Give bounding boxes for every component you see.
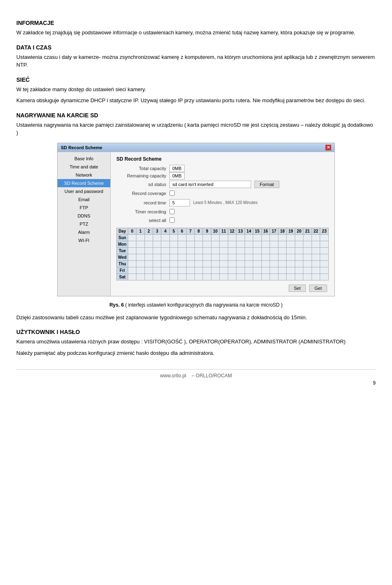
schedule-cell-tue-16[interactable] xyxy=(261,247,270,254)
schedule-cell-mon-14[interactable] xyxy=(245,241,253,247)
schedule-cell-wed-15[interactable] xyxy=(253,254,262,260)
schedule-cell-tue-21[interactable] xyxy=(303,247,312,254)
schedule-cell-wed-12[interactable] xyxy=(228,254,236,260)
schedule-cell-fri-4[interactable] xyxy=(161,267,169,273)
schedule-cell-mon-10[interactable] xyxy=(211,241,220,247)
schedule-cell-sun-8[interactable] xyxy=(194,234,203,241)
schedule-cell-mon-11[interactable] xyxy=(220,241,228,247)
schedule-cell-mon-18[interactable] xyxy=(278,241,287,247)
schedule-cell-tue-7[interactable] xyxy=(186,247,194,254)
select-all-checkbox[interactable] xyxy=(169,217,175,223)
schedule-cell-mon-17[interactable] xyxy=(270,241,278,247)
schedule-cell-thu-19[interactable] xyxy=(287,260,295,267)
get-button[interactable]: Get xyxy=(309,285,327,292)
schedule-cell-tue-20[interactable] xyxy=(295,247,303,254)
schedule-cell-wed-7[interactable] xyxy=(186,254,194,260)
schedule-cell-tue-4[interactable] xyxy=(161,247,169,254)
schedule-cell-sat-0[interactable] xyxy=(128,273,136,280)
schedule-cell-tue-0[interactable] xyxy=(128,247,136,254)
schedule-cell-sun-4[interactable] xyxy=(161,234,169,241)
schedule-cell-tue-19[interactable] xyxy=(287,247,295,254)
schedule-cell-sun-17[interactable] xyxy=(270,234,278,241)
schedule-cell-sun-7[interactable] xyxy=(186,234,194,241)
schedule-cell-sat-14[interactable] xyxy=(245,273,253,280)
schedule-cell-wed-2[interactable] xyxy=(145,254,153,260)
sidebar-item-time-date[interactable]: Time and date xyxy=(58,163,110,171)
schedule-cell-sun-13[interactable] xyxy=(236,234,245,241)
schedule-cell-sun-2[interactable] xyxy=(145,234,153,241)
sidebar-item-email[interactable]: Email xyxy=(58,195,110,204)
record-coverage-checkbox[interactable] xyxy=(169,191,175,196)
schedule-cell-thu-13[interactable] xyxy=(236,260,245,267)
schedule-cell-tue-18[interactable] xyxy=(278,247,287,254)
schedule-cell-fri-11[interactable] xyxy=(220,267,228,273)
schedule-cell-thu-20[interactable] xyxy=(295,260,303,267)
schedule-cell-mon-4[interactable] xyxy=(161,241,169,247)
schedule-cell-sun-19[interactable] xyxy=(287,234,295,241)
schedule-cell-thu-1[interactable] xyxy=(136,260,145,267)
schedule-cell-sun-5[interactable] xyxy=(169,234,178,241)
schedule-cell-sun-9[interactable] xyxy=(203,234,211,241)
schedule-cell-tue-22[interactable] xyxy=(312,247,320,254)
schedule-cell-mon-9[interactable] xyxy=(203,241,211,247)
schedule-cell-fri-16[interactable] xyxy=(261,267,270,273)
schedule-cell-tue-17[interactable] xyxy=(270,247,278,254)
schedule-cell-thu-2[interactable] xyxy=(145,260,153,267)
schedule-cell-thu-23[interactable] xyxy=(320,260,329,267)
sidebar-item-user-password[interactable]: User and password xyxy=(58,187,110,195)
schedule-cell-wed-6[interactable] xyxy=(178,254,186,260)
schedule-cell-tue-13[interactable] xyxy=(236,247,245,254)
schedule-cell-wed-22[interactable] xyxy=(312,254,320,260)
schedule-cell-tue-15[interactable] xyxy=(253,247,262,254)
schedule-cell-wed-9[interactable] xyxy=(203,254,211,260)
schedule-cell-fri-2[interactable] xyxy=(145,267,153,273)
schedule-cell-fri-0[interactable] xyxy=(128,267,136,273)
schedule-cell-fri-10[interactable] xyxy=(211,267,220,273)
schedule-cell-wed-20[interactable] xyxy=(295,254,303,260)
schedule-cell-fri-19[interactable] xyxy=(287,267,295,273)
schedule-cell-fri-3[interactable] xyxy=(153,267,161,273)
schedule-cell-mon-0[interactable] xyxy=(128,241,136,247)
schedule-cell-wed-3[interactable] xyxy=(153,254,161,260)
sidebar-item-base-info[interactable]: Base Info xyxy=(58,155,110,163)
schedule-cell-sun-15[interactable] xyxy=(253,234,262,241)
schedule-cell-tue-14[interactable] xyxy=(245,247,253,254)
schedule-cell-wed-23[interactable] xyxy=(320,254,329,260)
schedule-cell-mon-7[interactable] xyxy=(186,241,194,247)
sidebar-item-ptz[interactable]: PTZ xyxy=(58,220,110,228)
schedule-cell-sat-6[interactable] xyxy=(178,273,186,280)
schedule-cell-mon-2[interactable] xyxy=(145,241,153,247)
schedule-cell-sat-22[interactable] xyxy=(312,273,320,280)
schedule-cell-sat-8[interactable] xyxy=(194,273,203,280)
schedule-cell-fri-9[interactable] xyxy=(203,267,211,273)
schedule-cell-sat-12[interactable] xyxy=(228,273,236,280)
schedule-cell-thu-18[interactable] xyxy=(278,260,287,267)
schedule-cell-thu-10[interactable] xyxy=(211,260,220,267)
schedule-cell-mon-19[interactable] xyxy=(287,241,295,247)
schedule-cell-wed-4[interactable] xyxy=(161,254,169,260)
schedule-cell-sat-20[interactable] xyxy=(295,273,303,280)
schedule-cell-mon-8[interactable] xyxy=(194,241,203,247)
schedule-cell-thu-0[interactable] xyxy=(128,260,136,267)
schedule-cell-sat-5[interactable] xyxy=(169,273,178,280)
schedule-cell-wed-1[interactable] xyxy=(136,254,145,260)
sidebar-item-ftp[interactable]: FTP xyxy=(58,204,110,212)
schedule-cell-sat-21[interactable] xyxy=(303,273,312,280)
schedule-cell-sat-17[interactable] xyxy=(270,273,278,280)
schedule-cell-wed-8[interactable] xyxy=(194,254,203,260)
schedule-cell-mon-22[interactable] xyxy=(312,241,320,247)
schedule-cell-thu-5[interactable] xyxy=(169,260,178,267)
schedule-cell-sun-14[interactable] xyxy=(245,234,253,241)
schedule-cell-tue-5[interactable] xyxy=(169,247,178,254)
timer-recording-checkbox[interactable] xyxy=(169,209,175,214)
schedule-cell-fri-21[interactable] xyxy=(303,267,312,273)
format-button[interactable]: Format xyxy=(254,181,279,188)
schedule-cell-sat-2[interactable] xyxy=(145,273,153,280)
schedule-cell-fri-7[interactable] xyxy=(186,267,194,273)
schedule-cell-sat-19[interactable] xyxy=(287,273,295,280)
schedule-cell-tue-1[interactable] xyxy=(136,247,145,254)
schedule-cell-mon-13[interactable] xyxy=(236,241,245,247)
schedule-cell-sun-18[interactable] xyxy=(278,234,287,241)
sidebar-item-alarm[interactable]: Alarm xyxy=(58,228,110,236)
schedule-cell-tue-12[interactable] xyxy=(228,247,236,254)
